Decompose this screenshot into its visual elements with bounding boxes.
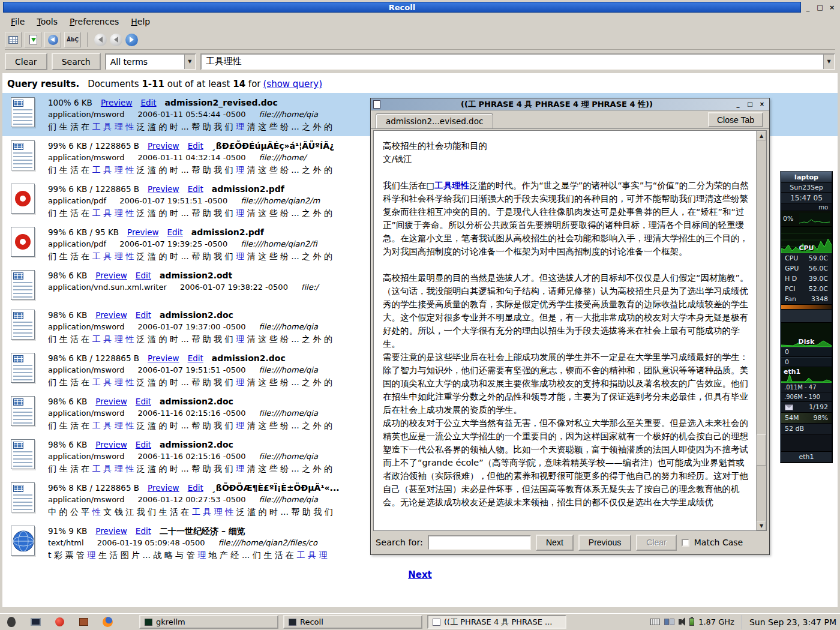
result-score-size: 99% 6 KB / 1228865 B (48, 141, 139, 151)
close-button[interactable]: × (827, 2, 837, 13)
workspace-pager[interactable] (664, 619, 674, 625)
taskbar-task-button[interactable]: ((工 PHRASE 4 具 PHRASE ... (427, 615, 566, 629)
previous-page-button[interactable] (110, 34, 122, 46)
cpu-load-panel: 0% (781, 211, 832, 227)
result-date: 2006-01-12 00:27:53 -0500 (137, 495, 245, 504)
disk-write-value: 0 (785, 358, 789, 366)
preview-titlebar[interactable]: ((工 PHRASE 4 具 PHRASE 4 理 PHRASE 4 性)) _… (371, 98, 769, 110)
query-detail-button[interactable] (44, 32, 61, 47)
preview-link[interactable]: Preview (95, 526, 127, 536)
edit-link[interactable]: Edit (136, 397, 151, 406)
preview-search-input[interactable] (428, 535, 531, 550)
result-title: admission2.pdf (191, 227, 264, 237)
menu-item[interactable]: Preferences (64, 15, 125, 28)
close-tab-button[interactable]: Close Tab (708, 112, 763, 127)
edit-link[interactable]: Edit (188, 184, 203, 194)
preview-link[interactable]: Preview (148, 184, 179, 194)
preview-link[interactable]: Preview (148, 353, 179, 363)
preview-link[interactable]: Preview (148, 483, 179, 493)
launcher-firefox[interactable] (100, 615, 115, 629)
next-page-button[interactable] (125, 34, 138, 46)
doc-lines-icon (13, 282, 32, 298)
window-titlebar[interactable]: Recoll (3, 2, 801, 13)
menu-item[interactable]: Help (125, 15, 156, 28)
result-date: 2006-11-16 02:15:16 -0500 (137, 409, 245, 418)
edit-link[interactable]: Edit (188, 483, 203, 493)
mail-row[interactable]: 1/192 (781, 402, 832, 413)
preview-document-text[interactable]: 高校招生的社会功能和目的文/钱江我们生活在□工具理性泛滥的时代。作为“世之显学”… (374, 131, 756, 530)
clear-search-button[interactable] (5, 32, 22, 47)
preview-clear-button[interactable]: Clear (636, 535, 676, 551)
workspace-2[interactable] (670, 619, 674, 625)
preview-link[interactable]: Preview (101, 98, 133, 107)
preview-link[interactable]: Preview (95, 271, 127, 280)
menu-item[interactable]: Tools (31, 15, 64, 28)
launcher-foot-icon[interactable] (4, 615, 19, 629)
edit-link[interactable]: Edit (136, 310, 151, 320)
results-header: Query results. Documents 1-11 out of at … (2, 73, 838, 93)
scrollbar-thumb[interactable] (757, 434, 766, 466)
next-results-link[interactable]: Next (2, 569, 838, 580)
doc-lines-icon (13, 494, 32, 510)
preview-link[interactable]: Preview (95, 310, 127, 320)
edit-link[interactable]: Edit (188, 141, 203, 151)
gkrellm-window[interactable]: laptop Sun23Sep 15:47 05 mo 0% CPU CPU (780, 171, 833, 463)
preview-paragraph: 高校招生最明显的目的当然是选拔人才。但这选拔人才的目标却不仅仅是人们假定“因材施… (383, 271, 750, 350)
clear-table-icon (8, 36, 18, 44)
preview-tab[interactable]: admission2...evised.doc (376, 113, 493, 128)
doc-table-icon (13, 100, 23, 107)
preview-link[interactable]: Preview (95, 440, 127, 449)
taskbar-task-button[interactable]: Recoll (283, 615, 422, 629)
menubar: FileToolsPreferencesHelp (5, 14, 835, 29)
preview-link[interactable]: Preview (148, 141, 179, 151)
taskbar-task-button[interactable]: gkrellm (139, 615, 278, 629)
preview-window[interactable]: ((工 PHRASE 4 具 PHRASE 4 理 PHRASE 4 性)) _… (370, 98, 770, 555)
edit-link[interactable]: Edit (136, 271, 151, 280)
show-query-link[interactable]: (show query) (263, 79, 322, 89)
launcher-package-icon[interactable] (76, 615, 91, 629)
speaker-icon[interactable] (679, 619, 682, 625)
launcher-display-icon[interactable] (28, 615, 43, 629)
preview-link[interactable]: Preview (95, 397, 127, 406)
keyboard-icon[interactable] (650, 619, 660, 625)
maximize-button[interactable]: □ (815, 2, 825, 13)
battery-icon[interactable] (689, 618, 694, 626)
save-query-button[interactable] (25, 32, 41, 47)
preview-close-button[interactable]: × (757, 100, 767, 109)
volume-row[interactable]: 52 dB (781, 424, 832, 434)
match-case-checkbox[interactable] (682, 539, 689, 547)
file-type-icon (10, 183, 37, 215)
edit-link[interactable]: Edit (136, 440, 151, 449)
taskbar-clock[interactable]: Sun Sep 23, 3:47 PM (741, 615, 836, 629)
preview-scrollbar[interactable]: ▲ ▼ (756, 131, 766, 530)
preview-minimize-button[interactable]: _ (733, 100, 743, 109)
search-mode-select[interactable]: All terms ▼ (105, 53, 196, 70)
edit-link[interactable]: Edit (167, 227, 183, 237)
workspace-1[interactable] (664, 619, 669, 625)
edit-link[interactable]: Edit (188, 353, 203, 363)
fan-krell-slider[interactable] (781, 305, 832, 310)
scroll-up-icon[interactable]: ▲ (757, 131, 766, 140)
first-page-button[interactable] (94, 34, 107, 46)
clear-button[interactable]: Clear (5, 53, 47, 70)
preview-previous-button[interactable]: Previous (578, 535, 631, 551)
minimize-button[interactable]: _ (803, 2, 813, 13)
search-query-combo[interactable]: ▼ (200, 53, 835, 70)
scroll-down-icon[interactable]: ▼ (757, 521, 766, 530)
term-explorer-button[interactable]: ÂbÇ (64, 32, 81, 47)
menu-item[interactable]: File (5, 15, 31, 28)
search-input[interactable] (202, 55, 834, 69)
result-mime: application/msword (48, 110, 124, 119)
chevron-down-icon[interactable]: ▼ (184, 55, 195, 69)
chevron-down-icon[interactable]: ▼ (823, 55, 834, 69)
launcher-red-app-icon[interactable] (52, 615, 67, 629)
preview-maximize-button[interactable]: □ (745, 100, 755, 109)
preview-link[interactable]: Preview (127, 227, 159, 237)
search-button[interactable]: Search (52, 53, 101, 70)
edit-link[interactable]: Edit (136, 526, 151, 536)
edit-link[interactable]: Edit (140, 98, 156, 107)
preview-next-button[interactable]: Next (536, 535, 574, 551)
task-icon (289, 619, 296, 626)
gkrellm-hostname[interactable]: laptop (781, 172, 832, 183)
cpu-panel-label: CPU (781, 244, 832, 252)
